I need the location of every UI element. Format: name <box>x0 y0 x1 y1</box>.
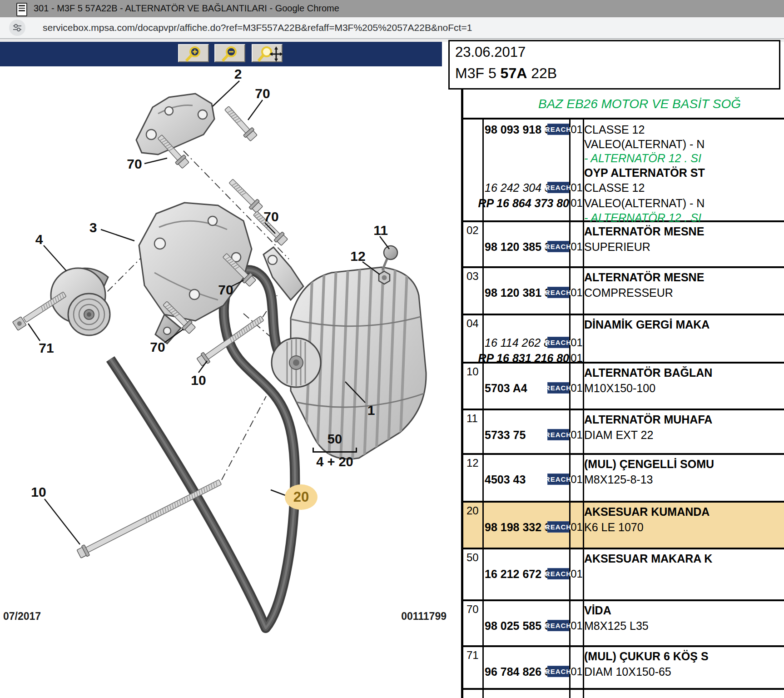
part-description: M10X150-100 <box>584 382 655 395</box>
reach-badge[interactable]: REACH <box>547 124 569 135</box>
highlighted-callout-20[interactable]: 20 <box>285 484 318 510</box>
table-row-71: 7196 784 826 80REACH01(MUL) ÇUKUR 6 KÖŞ … <box>463 647 784 690</box>
reach-badge[interactable]: REACH <box>547 568 569 579</box>
part-number: 5733 75 <box>485 429 526 442</box>
group-note: 50 4 + 20 <box>313 432 357 469</box>
column-divider <box>569 690 571 698</box>
reach-badge[interactable]: REACH <box>547 620 569 631</box>
part-number: 5703 A4 <box>485 382 527 395</box>
reach-badge[interactable]: REACH <box>547 382 569 394</box>
part-callout-3[interactable]: 3 <box>89 220 97 235</box>
quantity: 01 <box>571 429 583 441</box>
part-description: ALTERNATÖR BAĞLAN <box>584 366 712 379</box>
bolt-shape <box>13 290 68 330</box>
quantity: 01 <box>571 568 583 580</box>
reach-badge[interactable]: REACH <box>547 474 569 485</box>
group-note-divider <box>313 448 357 453</box>
part-callout-70[interactable]: 70 <box>127 156 142 172</box>
part-number: RP 16 831 216 80 <box>478 352 569 365</box>
section-title-row: BAZ EB26 MOTOR VE BASİT SOĞ <box>461 90 784 118</box>
alternator-shape <box>263 246 432 462</box>
quantity: 01 <box>571 123 583 136</box>
section-title: BAZ EB26 MOTOR VE BASİT SOĞ <box>538 97 741 111</box>
reach-badge[interactable]: REACH <box>547 521 569 533</box>
table-row-12: 124503 43REACH01(MUL) ÇENGELLİ SOMUM8X12… <box>463 455 784 503</box>
part-callout-2[interactable]: 2 <box>234 66 242 82</box>
part-description: COMPRESSEUR <box>584 286 673 299</box>
part-description: M8X125 L35 <box>584 619 649 633</box>
reference-suffix: 22B <box>527 65 557 81</box>
reach-badge[interactable]: REACH <box>547 241 569 252</box>
reach-badge[interactable]: REACH <box>547 337 569 348</box>
row-index: 10 <box>466 365 479 378</box>
bracket-3-shape <box>139 203 252 344</box>
table-row-01: 98 093 918 80REACH0116 242 304 80REACH01… <box>463 120 784 222</box>
part-callout-70[interactable]: 70 <box>255 86 270 101</box>
reach-badge[interactable]: REACH <box>547 287 569 298</box>
part-callout-10[interactable]: 10 <box>31 484 46 500</box>
row-index: 50 <box>466 551 479 564</box>
reach-badge[interactable]: REACH <box>547 429 569 440</box>
group-note-bottom: 4 + 20 <box>313 454 357 469</box>
table-row-04: 0416 114 262 80REACH01RP 16 831 216 8001… <box>463 315 784 364</box>
row-index: 20 <box>466 504 479 517</box>
part-description: VALEO(ALTERNAT) - N <box>584 138 705 151</box>
part-callout-4[interactable]: 4 <box>35 232 43 247</box>
bolt-shape <box>155 133 190 170</box>
part-callout-12[interactable]: 12 <box>350 249 365 264</box>
part-description: - ALTERNATÖR 12 . SI <box>584 152 701 165</box>
part-description: CLASSE 12 <box>584 181 645 194</box>
bracket-2-shape <box>136 94 214 155</box>
part-callout-70[interactable]: 70 <box>218 282 233 298</box>
row-index: 11 <box>466 412 478 425</box>
part-description: K6 LE 1070 <box>584 521 644 534</box>
bolt-shape <box>196 314 265 367</box>
column-divider <box>482 410 484 453</box>
row-index: 70 <box>466 603 479 616</box>
table-row-10: 105703 A4REACH01ALTERNATÖR BAĞLANM10X150… <box>463 364 784 410</box>
row-index: 12 <box>466 457 479 469</box>
row-index: 03 <box>466 270 479 283</box>
part-description: VALEO(ALTERNAT) - N <box>584 197 705 210</box>
part-description: VİDA <box>584 604 611 617</box>
part-description: (MUL) ÇUKUR 6 KÖŞ S <box>584 650 709 663</box>
column-divider <box>583 690 584 698</box>
column-divider <box>482 364 484 409</box>
reach-badge[interactable]: REACH <box>547 182 569 193</box>
quantity: 01 <box>571 473 583 486</box>
part-number: 4503 43 <box>485 473 526 486</box>
part-callout-1[interactable]: 1 <box>367 403 375 418</box>
part-number: RP 16 864 373 80 <box>478 197 569 210</box>
quantity: 01 <box>571 197 583 209</box>
part-description: CLASSE 12 <box>584 123 645 136</box>
column-divider <box>482 647 484 688</box>
part-description: AKSESUAR KUMANDA <box>584 505 710 519</box>
reference-bold: 57A <box>501 65 527 81</box>
part-callout-10[interactable]: 10 <box>191 373 206 388</box>
quantity: 01 <box>571 336 583 349</box>
quantity: 01 <box>571 665 583 678</box>
quantity: 01 <box>571 619 583 632</box>
exploded-diagram: 270703470111270707110110 20 50 4 + 20 07… <box>0 0 448 698</box>
quantity: 01 <box>571 521 583 533</box>
part-description: ALTERNATÖR MUHAFA <box>584 413 712 426</box>
part-callout-70[interactable]: 70 <box>263 209 278 224</box>
document-reference: M3F 5 57A 22B <box>455 65 557 82</box>
table-row-03: 0398 120 381 80REACH01ALTERNATÖR MESNECO… <box>463 268 784 315</box>
reach-badge[interactable]: REACH <box>547 666 569 677</box>
parts-table: 98 093 918 80REACH0116 242 304 80REACH01… <box>461 118 784 698</box>
quantity: 01 <box>571 286 583 299</box>
part-callout-71[interactable]: 71 <box>39 340 54 356</box>
part-description: SUPERIEUR <box>584 240 650 254</box>
column-divider <box>482 222 484 266</box>
document-header: 23.06.2017 M3F 5 57A 22B <box>448 40 780 90</box>
column-divider <box>482 601 484 645</box>
diagram-number: 00111799 <box>401 610 447 623</box>
part-description: DIAM EXT 22 <box>584 429 653 442</box>
part-description: ALTERNATÖR MESNE <box>584 225 704 238</box>
table-row-02: 0298 120 385 80REACH01ALTERNATÖR MESNESU… <box>463 222 784 268</box>
quantity: 01 <box>571 181 583 194</box>
part-callout-70[interactable]: 70 <box>150 339 165 355</box>
part-callout-11[interactable]: 11 <box>373 223 388 238</box>
column-divider <box>482 549 484 599</box>
